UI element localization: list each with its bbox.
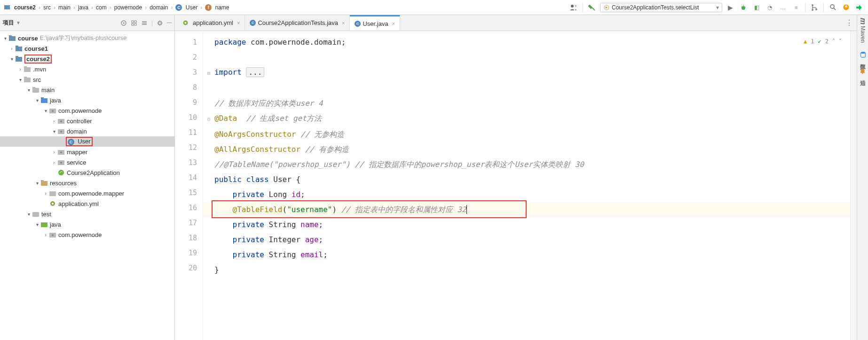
chevron-right-icon: › [8, 46, 15, 51]
test-icon [603, 4, 610, 11]
search-icon[interactable] [828, 2, 838, 13]
svg-point-11 [815, 8, 817, 10]
highlight-box [212, 200, 527, 218]
svg-line-13 [834, 8, 836, 10]
chevron-up-icon[interactable]: ˄ [832, 34, 835, 49]
crumb-user[interactable]: C User [175, 4, 197, 11]
svg-point-9 [812, 4, 813, 6]
maven-tool[interactable]: m Maven [859, 18, 867, 43]
folder-icon [32, 210, 39, 218]
crumb-java[interactable]: java [78, 4, 88, 11]
chevron-right-icon: › [17, 67, 24, 72]
codewithme-icon[interactable] [854, 2, 864, 13]
source-folder-icon [40, 96, 48, 104]
svg-rect-1 [5, 6, 7, 8]
tree-label: application.yml [58, 200, 99, 207]
select-opened-icon[interactable] [120, 20, 127, 26]
crumb-com[interactable]: com [96, 4, 107, 11]
editor-body[interactable]: 1 2 3 8 9 10 11 12 13 14 15 16 17 18 19 … [175, 31, 857, 340]
crumb-domain[interactable]: domain [150, 4, 168, 11]
run-config-dropdown[interactable]: Course2ApplicationTests.selectList ▾ [600, 3, 722, 12]
project-tools: | — [120, 20, 172, 26]
notifications-tool[interactable]: 通知 [859, 68, 867, 76]
tree-test-pkg[interactable]: › com.powernode [0, 229, 174, 240]
tabs-menu[interactable]: ⋮ [845, 18, 857, 27]
code-area[interactable]: ▲1 ✔2 ˄ ˅ package com.powernode.domain; … [203, 31, 850, 340]
close-icon[interactable]: × [392, 21, 395, 26]
tree-java[interactable]: ▾ java [0, 95, 174, 105]
tree-res-mapper[interactable]: › com.powernode.mapper [0, 188, 174, 198]
svg-rect-60 [41, 181, 47, 186]
crumb-name[interactable]: f name [205, 4, 229, 11]
tree-src[interactable]: ▾ src [0, 74, 174, 85]
tree-test-java[interactable]: ▾ java [0, 219, 174, 229]
project-title[interactable]: 项目 [3, 19, 14, 27]
tree-course2[interactable]: ▾ course2 [0, 54, 174, 64]
crumb-powernode[interactable]: powernode [114, 4, 142, 11]
tree-main[interactable]: ▾ main [0, 85, 174, 95]
crumb-course2[interactable]: course2 [4, 4, 36, 11]
scrollbar[interactable] [850, 31, 857, 340]
tree-domain[interactable]: ▾ domain [0, 126, 174, 136]
breadcrumb[interactable]: course2 › src › main › java › com › powe… [4, 4, 229, 11]
svg-rect-61 [41, 180, 44, 182]
tab-application-yml[interactable]: application.yml × [177, 15, 245, 31]
fold-icon[interactable]: ⊞ [206, 66, 212, 81]
chevron-down-icon[interactable]: ▼ [16, 20, 21, 25]
tree-label: java [50, 97, 61, 104]
inspection-widget[interactable]: ▲1 ✔2 ˄ ˅ [804, 34, 842, 49]
code-line: } [214, 262, 850, 277]
fold-icon[interactable]: ⊟ [206, 112, 212, 127]
run-button[interactable]: ▶ [725, 2, 735, 13]
crumb-main[interactable]: main [58, 4, 71, 11]
close-icon[interactable]: × [342, 20, 345, 26]
tree-mapper[interactable]: › mapper [0, 147, 174, 157]
stop-button[interactable]: ■ [791, 2, 801, 13]
svg-rect-41 [24, 67, 31, 72]
collapse-all-icon[interactable] [141, 20, 148, 26]
tree-root[interactable]: ▾ course E:\java学习\mybatis-plus\course [0, 33, 174, 43]
hide-icon[interactable]: — [167, 20, 172, 26]
tree-app-yml[interactable]: application.yml [0, 198, 174, 209]
expand-all-icon[interactable] [131, 20, 137, 26]
user-add-icon[interactable]: + [568, 2, 579, 13]
tree-mvn[interactable]: › .mvn [0, 64, 174, 74]
debug-button[interactable] [738, 2, 749, 13]
tree-course1[interactable]: › course1 [0, 43, 174, 54]
separator [805, 3, 805, 12]
tree-app[interactable]: Course2Application [0, 167, 174, 178]
tab-label: application.yml [193, 19, 233, 26]
tree-service[interactable]: › service [0, 157, 174, 167]
check-icon: ✔ [818, 34, 821, 49]
close-icon[interactable]: × [237, 20, 240, 26]
crumb-src[interactable]: src [43, 4, 51, 11]
chevron-right-icon: › [51, 119, 57, 124]
tree-package[interactable]: ▾ com.powernode [0, 105, 174, 116]
vcs-button[interactable] [809, 2, 820, 13]
chevron-down-icon: ▾ [42, 108, 49, 113]
chevron-down-icon: ▾ [8, 56, 15, 62]
svg-point-24 [158, 22, 161, 24]
right-tool-strip: m Maven 数据库 通知 [857, 15, 868, 340]
tab-tests[interactable]: C Course2ApplicationTests.java × [245, 15, 350, 31]
svg-line-31 [158, 24, 159, 25]
coverage-button[interactable]: ◧ [751, 2, 762, 13]
build-icon[interactable] [587, 2, 597, 13]
tab-user[interactable]: C User.java × [350, 15, 400, 31]
svg-rect-65 [32, 212, 39, 217]
chevron-down-icon: ▾ [34, 222, 40, 227]
database-tool[interactable]: 数据库 [859, 51, 867, 59]
tree-resources[interactable]: ▾ resources [0, 178, 174, 188]
folded-region[interactable]: ... [246, 67, 264, 77]
tree-controller[interactable]: › controller [0, 116, 174, 126]
attach-button[interactable]: … [778, 2, 788, 13]
tree-label: com.powernode [58, 107, 102, 114]
svg-rect-48 [41, 97, 44, 99]
update-icon[interactable] [841, 2, 851, 13]
profile-button[interactable]: ◔ [765, 2, 775, 13]
project-tree[interactable]: ▾ course E:\java学习\mybatis-plus\course ›… [0, 31, 174, 240]
tree-user[interactable]: C User [0, 136, 174, 147]
chevron-down-icon[interactable]: ˅ [839, 34, 842, 49]
tree-test[interactable]: ▾ test [0, 209, 174, 219]
gear-icon[interactable] [157, 20, 163, 26]
